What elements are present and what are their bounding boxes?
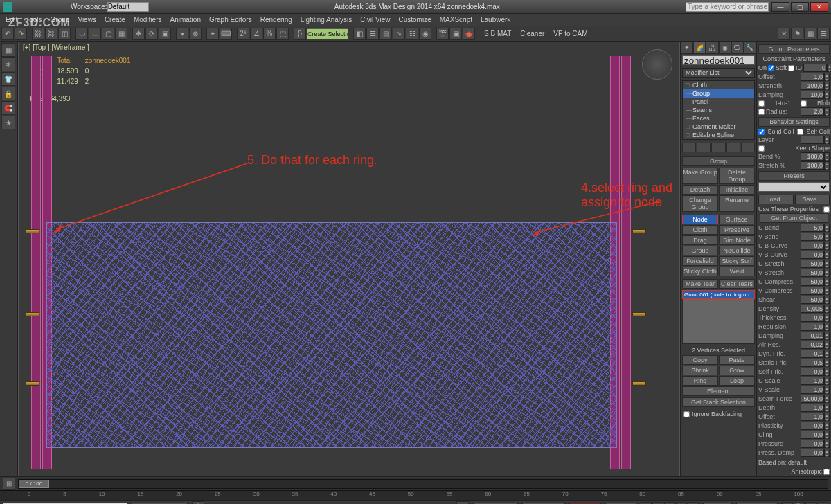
stack-item[interactable]: Group bbox=[683, 89, 754, 98]
bind-icon[interactable]: ◫ bbox=[58, 28, 71, 40]
curve-editor-icon[interactable]: ∿ bbox=[393, 28, 405, 40]
param-spinner[interactable] bbox=[801, 278, 824, 286]
behavior-header[interactable]: Behavior Settings bbox=[758, 117, 830, 127]
stickycloth-button[interactable]: Sticky Cloth bbox=[682, 267, 718, 276]
magnet-icon[interactable]: 🧲 bbox=[1, 101, 15, 115]
paste-button[interactable]: Paste bbox=[719, 355, 755, 365]
ring-object[interactable] bbox=[632, 312, 646, 316]
param-spinner[interactable] bbox=[801, 368, 824, 376]
loop-button[interactable]: Loop bbox=[719, 376, 755, 386]
param-spinner[interactable] bbox=[801, 260, 824, 268]
menu-animation[interactable]: Animation bbox=[166, 16, 204, 24]
hierarchy-tab[interactable]: 品 bbox=[706, 42, 718, 54]
move-icon[interactable]: ✥ bbox=[132, 28, 145, 40]
time-slider[interactable]: 0 / 100 bbox=[18, 479, 828, 489]
solidcoll-checkbox[interactable] bbox=[758, 129, 765, 135]
shrink-button[interactable]: Shrink bbox=[682, 366, 718, 375]
time-ruler[interactable]: 0510 152025 303540 455055 606570 758085 … bbox=[0, 490, 831, 500]
param-spinner[interactable] bbox=[801, 395, 824, 403]
modifier-list-dropdown[interactable]: Modifier List bbox=[682, 68, 755, 78]
rotate-icon[interactable]: ⟳ bbox=[145, 28, 158, 40]
get-from-obj-button[interactable]: Get From Object bbox=[760, 213, 828, 223]
id-spinner[interactable] bbox=[803, 64, 827, 72]
x-icon[interactable]: ✕ bbox=[778, 28, 790, 40]
damping-spinner[interactable] bbox=[801, 91, 824, 99]
ring-object[interactable] bbox=[632, 381, 646, 386]
menu-views[interactable]: Views bbox=[73, 16, 100, 24]
bendpct-spinner[interactable] bbox=[801, 152, 824, 161]
modifier-stack[interactable]: Cloth Group Panel Seams Faces Garment Ma… bbox=[682, 80, 755, 140]
unique-icon[interactable] bbox=[711, 143, 725, 152]
param-spinner[interactable] bbox=[801, 422, 824, 430]
save-button[interactable]: Save... bbox=[795, 195, 830, 204]
pctsnap-icon[interactable]: % bbox=[263, 28, 276, 40]
useprops-checkbox[interactable] bbox=[823, 206, 830, 213]
schematic-icon[interactable]: ☷ bbox=[406, 28, 418, 40]
forcefield-button[interactable]: Forcefield bbox=[682, 256, 718, 266]
param-spinner[interactable] bbox=[801, 341, 824, 349]
ring-object[interactable] bbox=[632, 229, 646, 233]
soft-checkbox[interactable] bbox=[788, 65, 794, 71]
isolate-icon[interactable]: ▣ bbox=[456, 501, 469, 505]
pin-stack-icon[interactable] bbox=[682, 143, 696, 152]
param-spinner[interactable] bbox=[801, 224, 824, 232]
drag-button[interactable]: Drag bbox=[682, 235, 718, 245]
create-tab[interactable]: ✦ bbox=[681, 42, 693, 54]
anglesnap-icon[interactable]: ∠ bbox=[250, 28, 262, 40]
stickysurf-button[interactable]: Sticky Surf bbox=[719, 256, 755, 266]
scale-icon[interactable]: ▣ bbox=[159, 28, 171, 40]
param-spinner[interactable] bbox=[801, 305, 824, 313]
time-slider-knob[interactable]: 0 / 100 bbox=[19, 480, 49, 488]
blob-checkbox[interactable] bbox=[801, 100, 807, 107]
menu-modifiers[interactable]: Modifiers bbox=[129, 16, 166, 24]
sbmat-button[interactable]: S B MAT bbox=[480, 30, 515, 37]
weld-button[interactable]: Weld bbox=[719, 267, 755, 276]
rename-button[interactable]: Rename bbox=[719, 195, 755, 212]
groups-icon[interactable]: ▦ bbox=[1, 43, 15, 57]
menu-grapheditors[interactable]: Graph Editors bbox=[205, 16, 256, 24]
window-crossing-icon[interactable]: ▦ bbox=[115, 28, 127, 40]
prev-frame-icon[interactable]: ◀ bbox=[652, 502, 663, 505]
strength-spinner[interactable] bbox=[801, 82, 824, 90]
menu-lighting[interactable]: Lighting Analysis bbox=[296, 16, 357, 24]
remove-mod-icon[interactable] bbox=[726, 143, 740, 152]
object-name-input[interactable] bbox=[682, 55, 755, 65]
keepshape-checkbox[interactable] bbox=[758, 145, 765, 152]
param-spinner[interactable] bbox=[801, 404, 824, 412]
param-spinner[interactable] bbox=[801, 431, 824, 439]
manipulate-icon[interactable]: ✦ bbox=[206, 28, 219, 40]
keymode-icon[interactable]: ⌨ bbox=[220, 28, 232, 40]
tshirt-icon[interactable]: 👕 bbox=[1, 72, 15, 86]
play-icon[interactable]: ▶ bbox=[664, 502, 675, 505]
param-spinner[interactable] bbox=[801, 296, 824, 304]
menu-civilview[interactable]: Civil View bbox=[356, 16, 394, 24]
stack-item[interactable]: Seams bbox=[683, 106, 754, 114]
menu-laubwerk[interactable]: Laubwerk bbox=[476, 16, 515, 24]
clear-tears-button[interactable]: Clear Tears bbox=[719, 279, 755, 289]
stretchpct-spinner[interactable] bbox=[801, 161, 824, 170]
modify-tab[interactable]: 🌈 bbox=[693, 42, 706, 54]
configure-icon[interactable] bbox=[741, 143, 755, 152]
unlink-icon[interactable]: ⛓ bbox=[45, 28, 57, 40]
stack-item[interactable]: Editable Spline bbox=[683, 131, 754, 139]
change-group-button[interactable]: Change Group bbox=[682, 195, 718, 212]
link-icon[interactable]: ⛓ bbox=[32, 28, 44, 40]
selfcoll-checkbox[interactable] bbox=[797, 129, 803, 135]
group-button[interactable]: Group bbox=[682, 246, 718, 255]
param-spinner[interactable] bbox=[801, 377, 824, 385]
ignore-backfacing-checkbox[interactable] bbox=[683, 411, 690, 417]
simnode-button[interactable]: Sim Node bbox=[719, 235, 755, 245]
region-icon[interactable]: ▢ bbox=[102, 28, 114, 40]
offset-spinner[interactable] bbox=[801, 73, 824, 81]
layer-spinner[interactable] bbox=[801, 136, 824, 144]
help-search-input[interactable] bbox=[686, 2, 769, 12]
param-spinner[interactable] bbox=[801, 314, 824, 322]
lock-icon[interactable]: 🔒 bbox=[1, 87, 15, 100]
aniso-checkbox[interactable] bbox=[823, 469, 830, 475]
load-button[interactable]: Load... bbox=[758, 195, 794, 204]
element-button[interactable]: Element bbox=[682, 386, 755, 396]
spinnersnap-icon[interactable]: ⬚ bbox=[276, 28, 289, 40]
select-name-icon[interactable]: ▭ bbox=[89, 28, 101, 40]
detach-button[interactable]: Detach bbox=[682, 185, 718, 195]
cloth-button[interactable]: Cloth bbox=[682, 225, 718, 235]
